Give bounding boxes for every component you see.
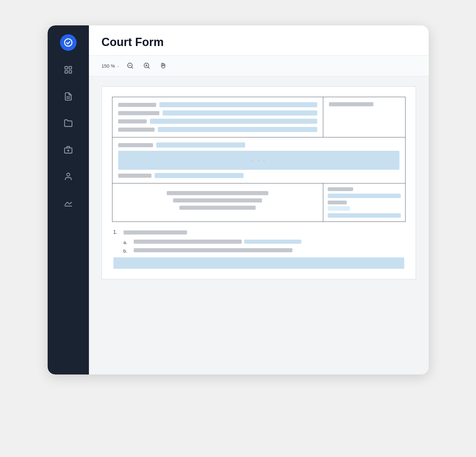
bottom-bar-1	[167, 191, 268, 195]
zoom-in-button[interactable]	[141, 60, 152, 71]
label-bar-1	[118, 103, 156, 107]
svg-rect-4	[69, 70, 71, 73]
field-row-4	[118, 127, 318, 132]
textarea-placeholder[interactable]: · · ·	[118, 151, 399, 170]
br-value-2	[328, 206, 350, 211]
form-cell-bottom-left	[112, 183, 323, 222]
value-bar-2	[163, 110, 318, 116]
form-cell-bottom-right	[323, 183, 405, 222]
sub-item-b: b.	[124, 248, 404, 254]
svg-line-14	[131, 67, 133, 68]
page-title: Court Form	[102, 36, 416, 49]
sub-letter-b: b.	[124, 248, 131, 254]
field-row-2	[118, 110, 318, 116]
toolbar: 150 % ⌄	[89, 56, 429, 76]
blue-bottom-area	[113, 257, 404, 269]
mid-value-2	[155, 173, 244, 178]
mid-label-2	[118, 174, 151, 178]
svg-rect-3	[65, 70, 67, 73]
list-bar-main-1	[124, 230, 187, 235]
value-bar-1	[159, 102, 318, 107]
mid-label-1	[118, 143, 153, 147]
svg-rect-2	[69, 67, 71, 69]
middle-field-row-2	[118, 173, 399, 178]
zoom-control[interactable]: 150 % ⌄	[102, 63, 120, 69]
label-bar-3	[118, 119, 147, 123]
bottom-bar-2	[173, 198, 262, 202]
list-item-1: 1.	[113, 229, 404, 235]
sidebar-item-work[interactable]	[61, 142, 76, 157]
field-row-1	[118, 102, 318, 107]
form-row-3	[112, 183, 405, 222]
br-value-3	[328, 213, 400, 218]
sub-letter-a: a.	[124, 240, 131, 245]
bottom-bar-3	[179, 206, 256, 210]
pan-button[interactable]	[158, 60, 169, 71]
value-bar-3	[150, 119, 318, 124]
sub-a-bar-2	[244, 240, 301, 244]
form-cell-top-right	[323, 97, 405, 137]
app-logo[interactable]	[60, 34, 77, 51]
sidebar	[48, 25, 89, 374]
form-cell-middle: · · ·	[112, 137, 405, 183]
br-label-2	[328, 201, 347, 204]
svg-point-10	[67, 173, 70, 176]
value-bar-4	[158, 127, 318, 132]
sub-bars-a	[134, 240, 404, 244]
sidebar-nav	[48, 62, 89, 211]
label-bar-4	[118, 128, 155, 132]
form-row-2: · · ·	[112, 137, 405, 183]
form-table: · · ·	[112, 97, 406, 222]
sidebar-item-folders[interactable]	[61, 116, 76, 131]
sub-item-a: a.	[124, 240, 404, 245]
sub-bars-b	[134, 248, 404, 252]
textarea-dots: · · ·	[251, 157, 266, 164]
sidebar-item-signatures[interactable]	[61, 195, 76, 211]
label-bar-2	[118, 111, 159, 115]
main-content: Court Form 150 % ⌄	[89, 25, 429, 374]
zoom-label: 150 %	[102, 63, 115, 69]
list-number-1: 1.	[113, 229, 121, 235]
sidebar-item-documents[interactable]	[61, 89, 76, 104]
form-cell-top-left	[112, 97, 323, 137]
form-row-1	[112, 97, 405, 137]
svg-rect-1	[65, 67, 67, 69]
sub-list-1: a. b.	[124, 240, 404, 254]
zoom-out-button[interactable]	[124, 60, 136, 71]
br-value-1	[328, 194, 400, 198]
sidebar-item-dashboard[interactable]	[61, 62, 76, 77]
document-area: · · ·	[89, 76, 429, 374]
list-section: 1. a. b.	[112, 229, 406, 269]
document-page: · · ·	[102, 86, 416, 279]
sub-b-bar-1	[134, 248, 292, 252]
mid-value-1	[156, 142, 245, 148]
header: Court Form	[89, 25, 429, 56]
svg-line-18	[148, 67, 149, 68]
br-label-1	[328, 187, 353, 191]
sub-a-bar-1	[134, 240, 242, 244]
field-row-3	[118, 119, 318, 124]
middle-field-row-1	[118, 142, 399, 148]
zoom-dropdown-arrow: ⌄	[117, 64, 119, 68]
svg-point-0	[64, 39, 72, 46]
right-label-1	[329, 102, 373, 106]
sidebar-item-contacts[interactable]	[61, 169, 76, 184]
